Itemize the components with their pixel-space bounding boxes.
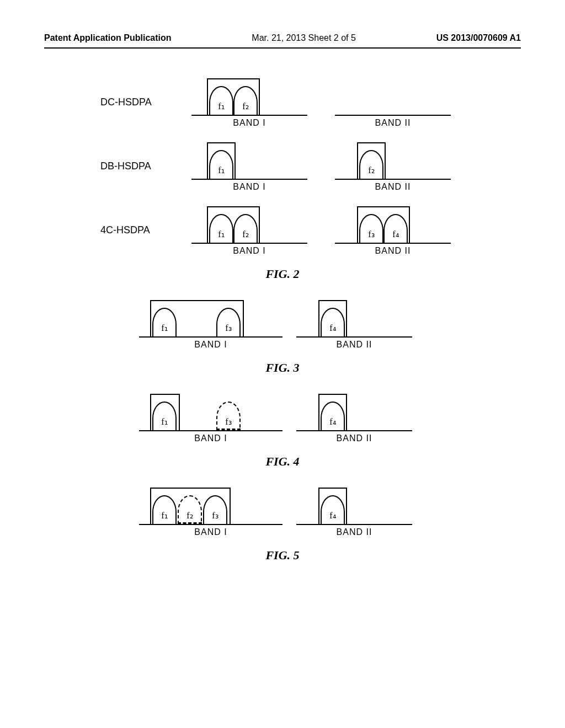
band2-cell: f₄ BAND II <box>282 392 426 443</box>
header-rule <box>44 47 521 49</box>
band2-axis-empty <box>335 76 451 116</box>
band2-label: BAND II <box>337 340 372 350</box>
band1-cell: f₁ f₂ BAND I <box>178 76 321 128</box>
carrier-f4: f₄ <box>383 210 408 243</box>
band2-cell: f₃ f₄ BAND II <box>321 204 465 256</box>
band1-label: BAND I <box>194 340 227 350</box>
band2-label: BAND II <box>337 433 372 443</box>
carrier-f3: f₃ <box>359 210 383 243</box>
fig5-caption: FIG. 5 <box>265 548 299 563</box>
fig3-caption: FIG. 3 <box>265 361 299 375</box>
band2-label: BAND II <box>375 118 411 128</box>
carrier-label: f₁ <box>152 510 177 521</box>
carrier-label: f₂ <box>178 510 202 521</box>
figures-container: DC-HSDPA f₁ f₂ <box>44 76 521 579</box>
carrier-label: f₁ <box>152 416 177 427</box>
carrier-label: f₄ <box>321 416 345 427</box>
header-publication: Patent Application Publication <box>44 33 172 43</box>
header-pubnumber: US 2013/0070609 A1 <box>436 33 521 43</box>
row-label-dc: DC-HSDPA <box>100 97 178 108</box>
header-date-sheet: Mar. 21, 2013 Sheet 2 of 5 <box>252 33 356 43</box>
figure-4: f₁ f₃ BAND I <box>139 392 426 469</box>
carrier-label: f₃ <box>203 510 227 521</box>
carrier-label: f₃ <box>359 229 383 239</box>
band1-label: BAND I <box>233 118 265 128</box>
fig2-caption: FIG. 2 <box>265 267 299 281</box>
fig3-row: f₁ f₃ BAND I <box>139 298 426 350</box>
band2-axis: f₄ <box>296 298 412 338</box>
band1-label: BAND I <box>194 433 227 443</box>
fig4-caption: FIG. 4 <box>265 454 299 469</box>
carrier-f1: f₁ <box>152 397 177 430</box>
band1-axis: f₁ f₃ <box>139 392 282 431</box>
band1-cell: f₁ f₃ BAND I <box>139 392 282 443</box>
carrier-f4: f₄ <box>321 397 345 430</box>
band1-label: BAND I <box>233 246 265 256</box>
carrier-f4: f₄ <box>321 491 345 524</box>
band1-axis: f₁ <box>191 140 307 180</box>
band2-axis: f₂ <box>335 140 451 180</box>
band1-cell: f₁ f₂ f₃ BAND I <box>139 485 282 537</box>
carrier-f3-deactivated: f₃ <box>216 397 241 430</box>
carrier-f1: f₁ <box>209 210 233 243</box>
band2-label: BAND II <box>375 182 411 192</box>
carrier-f1: f₁ <box>152 491 177 524</box>
band2-axis: f₄ <box>296 485 412 525</box>
page-header: Patent Application Publication Mar. 21, … <box>44 33 521 43</box>
page: Patent Application Publication Mar. 21, … <box>0 0 565 728</box>
band2-label: BAND II <box>375 246 411 256</box>
carrier-f1: f₁ <box>209 146 233 179</box>
band1-cell: f₁ BAND I <box>178 140 321 192</box>
band1-axis: f₁ f₂ f₃ <box>139 485 282 525</box>
carrier-label: f₃ <box>216 323 241 333</box>
band2-cell: f₂ BAND II <box>321 140 465 192</box>
band1-axis: f₁ f₂ <box>191 204 307 244</box>
carrier-f2: f₂ <box>233 82 258 115</box>
fig5-row: f₁ f₂ f₃ BAND I <box>139 485 426 537</box>
band2-cell: f₄ BAND II <box>282 298 426 350</box>
fig4-row: f₁ f₃ BAND I <box>139 392 426 443</box>
band2-cell: f₄ BAND II <box>282 485 426 537</box>
carrier-label: f₄ <box>321 510 345 521</box>
band2-axis: f₃ f₄ <box>335 204 451 244</box>
band2-label: BAND II <box>337 527 372 537</box>
carrier-label: f₂ <box>233 101 258 111</box>
carrier-f3: f₃ <box>216 303 241 336</box>
carrier-label: f₄ <box>383 229 408 239</box>
fig2-row-dc: DC-HSDPA f₁ f₂ <box>100 76 465 128</box>
row-label-4c: 4C-HSDPA <box>100 224 178 236</box>
carrier-label: f₃ <box>216 416 241 427</box>
carrier-label: f₂ <box>359 165 383 175</box>
carrier-label: f₁ <box>152 323 177 333</box>
carrier-label: f₁ <box>209 101 233 111</box>
band1-axis: f₁ f₂ <box>191 76 307 116</box>
carrier-label: f₄ <box>321 323 345 333</box>
carrier-f2: f₂ <box>233 210 258 243</box>
band1-label: BAND I <box>233 182 265 192</box>
carrier-f2-deactivated: f₂ <box>178 491 202 524</box>
band1-label: BAND I <box>194 527 227 537</box>
band1-axis: f₁ f₃ <box>139 298 282 338</box>
row-label-db: DB-HSDPA <box>100 160 178 172</box>
carrier-label: f₂ <box>233 229 258 239</box>
fig2-row-4c: 4C-HSDPA f₁ f₂ <box>100 204 465 256</box>
carrier-f4: f₄ <box>321 303 345 336</box>
figure-2: DC-HSDPA f₁ f₂ <box>100 76 465 281</box>
carrier-f3: f₃ <box>203 491 227 524</box>
carrier-label: f₁ <box>209 229 233 239</box>
figure-5: f₁ f₂ f₃ BAND I <box>139 485 426 563</box>
carrier-label: f₁ <box>209 165 233 175</box>
fig2-row-db: DB-HSDPA f₁ BAND I <box>100 140 465 192</box>
carrier-f2: f₂ <box>359 146 383 179</box>
band1-cell: f₁ f₂ BAND I <box>178 204 321 256</box>
carrier-f1: f₁ <box>209 82 233 115</box>
carrier-f1: f₁ <box>152 303 177 336</box>
figure-3: f₁ f₃ BAND I <box>139 298 426 375</box>
band2-cell: BAND II <box>321 76 465 128</box>
band1-cell: f₁ f₃ BAND I <box>139 298 282 350</box>
band2-axis: f₄ <box>296 392 412 431</box>
